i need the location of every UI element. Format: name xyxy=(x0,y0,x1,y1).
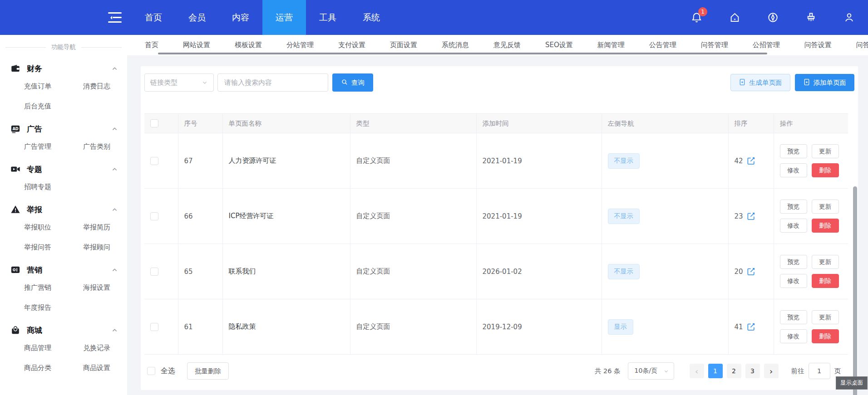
update-button[interactable]: 更新 xyxy=(812,200,839,214)
subnav-item-公招管理[interactable]: 公招管理 xyxy=(740,41,792,49)
sidebar-group-header-广告[interactable]: AD广告 xyxy=(0,123,127,134)
row-id-cell: 61 xyxy=(178,299,222,355)
page-button-3[interactable]: 3 xyxy=(745,364,760,378)
topnav-item-内容[interactable]: 内容 xyxy=(219,0,262,35)
preview-button[interactable]: 预览 xyxy=(780,255,807,269)
subnav-item-SEO设置[interactable]: SEO设置 xyxy=(533,41,585,49)
home-icon[interactable] xyxy=(715,0,754,35)
sidebar-item-消费日志[interactable]: 消费日志 xyxy=(83,82,127,92)
sidebar-item-商品设置[interactable]: 商品设置 xyxy=(83,364,127,373)
delete-button[interactable]: 删除 xyxy=(812,163,839,177)
sidebar-item-商品分类[interactable]: 商品分类 xyxy=(24,364,83,373)
subnav-item-系统消息[interactable]: 系统消息 xyxy=(429,41,481,49)
goto-page-input[interactable] xyxy=(809,363,830,379)
search-input[interactable] xyxy=(217,73,328,92)
update-button[interactable]: 更新 xyxy=(812,255,839,269)
sidebar-item-充值订单[interactable]: 充值订单 xyxy=(24,82,83,92)
delete-button[interactable]: 删除 xyxy=(812,329,839,343)
sidebar-group-items: 推广营销海报设置年度报告 xyxy=(0,283,127,313)
sidebar-group-header-举报[interactable]: 举报 xyxy=(0,204,127,215)
edit-sort-icon[interactable] xyxy=(747,322,755,331)
row-checkbox[interactable] xyxy=(150,268,158,276)
sidebar-item-举报简历[interactable]: 举报简历 xyxy=(83,223,127,233)
subnav-item-分站管理[interactable]: 分站管理 xyxy=(274,41,326,49)
modify-button[interactable]: 修改 xyxy=(780,274,807,288)
topnav-item-工具[interactable]: 工具 xyxy=(306,0,350,35)
next-page-button[interactable]: › xyxy=(764,364,779,378)
sidebar-group-items: 充值订单消费日志后台充值 xyxy=(0,82,127,112)
sidebar-item-兑换记录[interactable]: 兑换记录 xyxy=(83,344,127,353)
sidebar-item-举报问答[interactable]: 举报问答 xyxy=(24,243,83,253)
sidebar-item-海报设置[interactable]: 海报设置 xyxy=(83,283,127,293)
preview-button[interactable]: 预览 xyxy=(780,200,807,214)
edit-sort-icon[interactable] xyxy=(747,156,755,165)
update-button[interactable]: 更新 xyxy=(812,144,839,158)
topnav-item-会员[interactable]: 会员 xyxy=(175,0,219,35)
prev-page-button[interactable]: ‹ xyxy=(690,364,704,378)
sidebar-item-商品管理[interactable]: 商品管理 xyxy=(24,344,83,353)
page-size-select[interactable]: 10条/页 xyxy=(628,362,674,380)
topnav-item-运营[interactable]: 运营 xyxy=(262,0,306,35)
edit-sort-icon[interactable] xyxy=(747,267,755,276)
sidebar-group-header-商城[interactable]: 商城 xyxy=(0,325,127,336)
sidebar-group-header-财务[interactable]: 财务 xyxy=(0,63,127,74)
modify-button[interactable]: 修改 xyxy=(780,163,807,177)
preview-button[interactable]: 预览 xyxy=(780,310,807,324)
sidebar-item-推广营销[interactable]: 推广营销 xyxy=(24,283,83,293)
update-button[interactable]: 更新 xyxy=(812,310,839,324)
row-actions: 预览更新修改删除 xyxy=(780,144,848,177)
batch-delete-button[interactable]: 批量删除 xyxy=(187,362,229,380)
page-button-1[interactable]: 1 xyxy=(708,364,723,378)
top-nav: 首页会员内容运营工具系统 xyxy=(132,0,393,35)
subnav-item-问答管理[interactable]: 问答管理 xyxy=(689,41,740,49)
subnav-item-问答类别[interactable]: 问答类别 xyxy=(844,41,868,49)
search-button[interactable]: 查询 xyxy=(332,73,373,92)
subnav-item-首页[interactable]: 首页 xyxy=(133,41,171,49)
subnav-scrollbar[interactable] xyxy=(158,53,767,54)
sidebar-item-后台充值[interactable]: 后台充值 xyxy=(24,102,83,112)
sidebar: 功能导航 财务充值订单消费日志后台充值AD广告广告管理广告类别专题招聘专题举报举… xyxy=(0,35,127,395)
subnav-item-模板设置[interactable]: 模板设置 xyxy=(222,41,274,49)
subnav-item-意见反馈[interactable]: 意见反馈 xyxy=(481,41,533,49)
delete-button[interactable]: 删除 xyxy=(812,219,839,233)
subnav-item-支付设置[interactable]: 支付设置 xyxy=(326,41,378,49)
sidebar-item-广告类别[interactable]: 广告类别 xyxy=(83,142,127,152)
modify-button[interactable]: 修改 xyxy=(780,329,807,343)
clear-cache-brush-icon[interactable] xyxy=(792,0,830,35)
subnav-item-问答设置[interactable]: 问答设置 xyxy=(792,41,844,49)
sidebar-item-广告管理[interactable]: 广告管理 xyxy=(24,142,83,152)
delete-button[interactable]: 删除 xyxy=(812,274,839,288)
table-scrollbar[interactable] xyxy=(853,186,857,395)
sidebar-group-header-营销[interactable]: 营销 xyxy=(0,264,127,275)
sidebar-item-招聘专题[interactable]: 招聘专题 xyxy=(24,183,83,192)
topnav-item-首页[interactable]: 首页 xyxy=(132,0,175,35)
user-icon[interactable] xyxy=(830,0,868,35)
notification-bell-icon[interactable]: 1 xyxy=(677,0,715,35)
collapse-menu-icon[interactable] xyxy=(108,12,122,23)
table-row: 67人力资源许可证自定义页面2021-01-19不显示42预览更新修改删除 xyxy=(144,133,848,189)
compass-icon[interactable] xyxy=(754,0,792,35)
row-checkbox[interactable] xyxy=(150,212,158,220)
header-checkbox[interactable] xyxy=(150,119,158,127)
subnav-item-新闻管理[interactable]: 新闻管理 xyxy=(585,41,637,49)
link-type-select[interactable]: 链接类型 xyxy=(144,73,214,92)
row-sort-cell: 23 xyxy=(728,189,774,244)
generate-page-button[interactable]: 生成单页面 xyxy=(730,74,790,91)
sidebar-item-年度报告[interactable]: 年度报告 xyxy=(24,303,83,313)
subnav-item-网站设置[interactable]: 网站设置 xyxy=(171,41,222,49)
edit-sort-icon[interactable] xyxy=(747,212,755,220)
sidebar-item-举报职位[interactable]: 举报职位 xyxy=(24,223,83,233)
subnav-item-公告管理[interactable]: 公告管理 xyxy=(637,41,689,49)
page-button-2[interactable]: 2 xyxy=(727,364,741,378)
add-page-button[interactable]: 添加单页面 xyxy=(795,74,855,91)
select-all-checkbox[interactable] xyxy=(147,367,155,375)
row-checkbox[interactable] xyxy=(150,157,158,165)
row-checkbox[interactable] xyxy=(150,323,158,331)
sidebar-item-举报顾问[interactable]: 举报顾问 xyxy=(83,243,127,253)
topnav-item-系统[interactable]: 系统 xyxy=(350,0,393,35)
subnav-item-页面设置[interactable]: 页面设置 xyxy=(378,41,429,49)
modify-button[interactable]: 修改 xyxy=(780,219,807,233)
preview-button[interactable]: 预览 xyxy=(780,144,807,158)
sidebar-group-header-专题[interactable]: 专题 xyxy=(0,164,127,175)
content-card: 链接类型 查询 生成单页面 xyxy=(141,66,858,390)
